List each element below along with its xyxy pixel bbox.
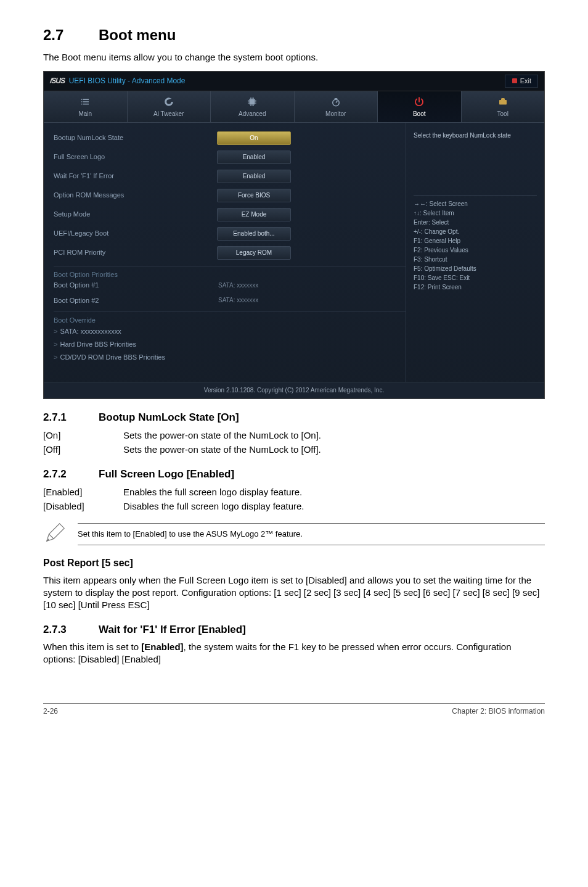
- row-logo[interactable]: Full Screen Logo Enabled: [54, 151, 406, 164]
- value-logo[interactable]: Enabled: [217, 151, 291, 164]
- bios-settings-list: Bootup NumLock State On Full Screen Logo…: [44, 123, 406, 382]
- help-key: F2: Previous Values: [414, 246, 537, 255]
- row-cd-bbs[interactable]: >CD/DVD ROM Drive BBS Priorities: [54, 353, 406, 362]
- note-box: Set this item to [Enabled] to use the AS…: [43, 521, 545, 548]
- chip-icon: [211, 96, 294, 107]
- page-footer: 2-26 Chapter 2: BIOS information: [43, 703, 545, 717]
- svg-rect-0: [512, 78, 517, 83]
- tab-boot[interactable]: Boot: [378, 91, 462, 122]
- subsection-heading: 2.7.2Full Screen Logo [Enabled]: [43, 467, 545, 482]
- cd-bbs-label: CD/DVD ROM Drive BBS Priorities: [60, 353, 165, 361]
- option-key: [Disabled]: [43, 500, 123, 513]
- help-key: F12: Print Screen: [414, 283, 537, 292]
- svg-rect-3: [499, 100, 507, 105]
- help-key: +/-: Change Opt.: [414, 228, 537, 236]
- bios-title: /SUS UEFI BIOS Utility - Advanced Mode: [50, 76, 185, 86]
- subsection-title: Wait for 'F1' If Error [Enabled]: [99, 624, 246, 635]
- value-numlock[interactable]: On: [217, 131, 291, 145]
- exit-icon: [512, 78, 518, 84]
- row-numlock[interactable]: Bootup NumLock State On: [54, 131, 406, 145]
- bios-screenshot: /SUS UEFI BIOS Utility - Advanced Mode E…: [43, 71, 545, 399]
- subsection-number: 2.7.2: [43, 467, 99, 482]
- tab-boot-label: Boot: [413, 110, 426, 117]
- help-key: ↑↓: Select Item: [414, 209, 537, 218]
- option-row: [Off] Sets the power-on state of the Num…: [43, 443, 545, 456]
- chapter-label: Chapter 2: BIOS information: [452, 706, 545, 717]
- list-icon: [44, 96, 127, 107]
- bios-help-panel: Select the keyboard NumLock state →←: Se…: [406, 123, 544, 382]
- subsection-number: 2.7.1: [43, 410, 99, 425]
- value-optrom[interactable]: Force BIOS: [217, 189, 291, 202]
- tab-ai-tweaker[interactable]: Ai Tweaker: [128, 91, 211, 122]
- value-setup[interactable]: EZ Mode: [217, 208, 291, 221]
- tab-tool-label: Tool: [497, 110, 508, 117]
- section-intro: The Boot menu items allow you to change …: [43, 51, 545, 64]
- tab-main[interactable]: Main: [44, 91, 128, 122]
- chevron-icon: >: [54, 353, 57, 361]
- help-divider: [414, 196, 537, 196]
- body-text: When this item is set to [Enabled], the …: [43, 641, 545, 666]
- subsection-title: Bootup NumLock State [On]: [99, 411, 239, 423]
- label-setup: Setup Mode: [54, 210, 217, 219]
- row-optrom[interactable]: Option ROM Messages Force BIOS: [54, 189, 406, 202]
- label-boot1: Boot Option #1: [54, 281, 217, 290]
- value-waitf1[interactable]: Enabled: [217, 170, 291, 183]
- subsection-heading: 2.7.3Wait for 'F1' If Error [Enabled]: [43, 622, 545, 637]
- label-boot2: Boot Option #2: [54, 296, 217, 305]
- bios-tabs: Main Ai Tweaker Advanced Monitor Boot To…: [44, 91, 544, 123]
- hdd-bbs-label: Hard Drive BBS Priorities: [60, 340, 136, 348]
- row-sata-override[interactable]: >SATA: xxxxxxxxxxxx: [54, 327, 406, 336]
- help-key: →←: Select Screen: [414, 200, 537, 208]
- help-description: Select the keyboard NumLock state: [414, 131, 537, 140]
- page-number: 2-26: [43, 706, 58, 717]
- value-uefi[interactable]: Enabled both...: [217, 227, 291, 241]
- sata-override-label: SATA: xxxxxxxxxxxx: [60, 328, 121, 335]
- help-key: F10: Save ESC: Exit: [414, 274, 537, 283]
- label-optrom: Option ROM Messages: [54, 191, 217, 200]
- chevron-icon: >: [54, 328, 57, 335]
- option-row: [On] Sets the power-on state of the NumL…: [43, 429, 545, 442]
- bios-titlebar: /SUS UEFI BIOS Utility - Advanced Mode E…: [44, 72, 544, 91]
- row-boot2[interactable]: Boot Option #2 SATA: xxxxxxx: [54, 296, 406, 305]
- row-pci[interactable]: PCI ROM Priority Legacy ROM: [54, 246, 406, 260]
- bios-title-text: UEFI BIOS Utility - Advanced Mode: [69, 76, 186, 85]
- help-keys: →←: Select Screen ↑↓: Select Item Enter:…: [414, 200, 537, 292]
- option-desc: Sets the power-on state of the NumLock t…: [123, 429, 545, 442]
- help-key: F3: Shortcut: [414, 255, 537, 264]
- option-desc: Disables the full screen logo display fe…: [123, 500, 545, 513]
- exit-button[interactable]: Exit: [505, 75, 538, 88]
- section-number: 2.7: [43, 25, 99, 46]
- tab-advanced-label: Advanced: [239, 110, 266, 117]
- power-icon: [378, 96, 461, 107]
- value-boot1: SATA: xxxxxxx: [217, 281, 258, 290]
- label-pci: PCI ROM Priority: [54, 248, 217, 257]
- row-uefi[interactable]: UEFI/Legacy Boot Enabled both...: [54, 227, 406, 241]
- pencil-icon: [43, 521, 67, 548]
- value-pci[interactable]: Legacy ROM: [217, 246, 291, 260]
- option-row: [Enabled] Enables the full screen logo d…: [43, 485, 545, 498]
- bios-footer: Version 2.10.1208. Copyright (C) 2012 Am…: [44, 382, 544, 398]
- row-hdd-bbs[interactable]: >Hard Drive BBS Priorities: [54, 340, 406, 349]
- chevron-icon: >: [54, 340, 57, 348]
- option-key: [Off]: [43, 443, 123, 456]
- svg-rect-1: [250, 99, 255, 104]
- section-title-text: Boot menu: [99, 27, 176, 43]
- option-key: [Enabled]: [43, 485, 123, 498]
- tab-advanced[interactable]: Advanced: [211, 91, 295, 122]
- row-boot1[interactable]: Boot Option #1 SATA: xxxxxxx: [54, 281, 406, 290]
- body-text: This item appears only when the Full Scr…: [43, 574, 545, 612]
- help-key: F5: Optimized Defaults: [414, 265, 537, 273]
- row-setup[interactable]: Setup Mode EZ Mode: [54, 208, 406, 221]
- note-text: Set this item to [Enabled] to use the AS…: [78, 523, 545, 545]
- section-heading: 2.7Boot menu: [43, 25, 545, 46]
- help-key: F1: General Help: [414, 237, 537, 245]
- value-boot2: SATA: xxxxxxx: [217, 296, 258, 305]
- label-numlock: Bootup NumLock State: [54, 133, 217, 142]
- row-waitf1[interactable]: Wait For 'F1' If Error Enabled: [54, 170, 406, 183]
- tab-main-label: Main: [78, 110, 92, 117]
- tab-tool[interactable]: Tool: [462, 91, 545, 122]
- help-key: Enter: Select: [414, 218, 537, 227]
- exit-label: Exit: [520, 76, 531, 86]
- tab-monitor[interactable]: Monitor: [295, 91, 378, 122]
- tab-ai-label: Ai Tweaker: [153, 110, 184, 117]
